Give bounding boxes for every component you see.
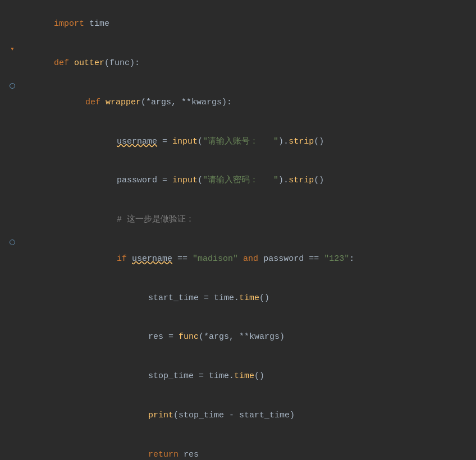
dot-icon-7 [10,240,15,245]
line-content-4: username = input("请输入账号： ").strip() [24,122,472,161]
line-content-5: password = input("请输入密码： ").strip() [24,161,472,200]
code-line-3: def wrapper(*args, **kwargs): [0,83,476,122]
line-content-9: res = func(*args, **kwargs) [24,318,472,357]
code-line-8: start_time = time.time() [0,278,476,318]
token-fn-wrapper: wrapper [106,98,141,107]
code-line-11: print(stop_time - start_time) [0,396,476,435]
line-content-11: print(stop_time - start_time) [24,396,472,435]
line-content-10: stop_time = time.time() [24,357,472,396]
code-line-9: res = func(*args, **kwargs) [0,318,476,357]
token-comment: # 这一步是做验证： [117,215,194,224]
gutter-2: ▾ [4,44,20,55]
code-line-1: import time [0,4,476,44]
line-content-2: def outter(func): [24,44,472,83]
token-def-1: def [54,58,69,68]
line-content-1: import time [24,4,472,44]
line-content-12: return res [24,435,472,460]
line-content-6: # 这一步是做验证： [24,200,472,240]
line-content-3: def wrapper(*args, **kwargs): [24,83,472,122]
code-line-12: return res [0,435,476,460]
code-line-7: if username == "madison" and password ==… [0,240,476,279]
token-param-func: func [109,58,130,68]
line-content-8: start_time = time.time() [24,278,472,318]
arrow-icon-2: ▾ [10,44,15,55]
dot-icon-3 [10,83,15,89]
code-editor[interactable]: import time ▾ def outter(func): def wrap… [0,0,476,460]
code-line-2: ▾ def outter(func): [0,44,476,83]
gutter-7 [4,240,20,245]
code-line-6: # 这一步是做验证： [0,200,476,240]
token-username: username [117,137,157,146]
code-line-10: stop_time = time.time() [0,357,476,396]
token-import: import [54,19,84,29]
code-line-4: username = input("请输入账号： ").strip() [0,122,476,161]
token-password: password [117,176,157,185]
token-fn-outter: outter [74,58,104,68]
line-content-7: if username == "madison" and password ==… [24,240,472,279]
gutter-3 [4,83,20,89]
code-line-5: password = input("请输入密码： ").strip() [0,161,476,200]
